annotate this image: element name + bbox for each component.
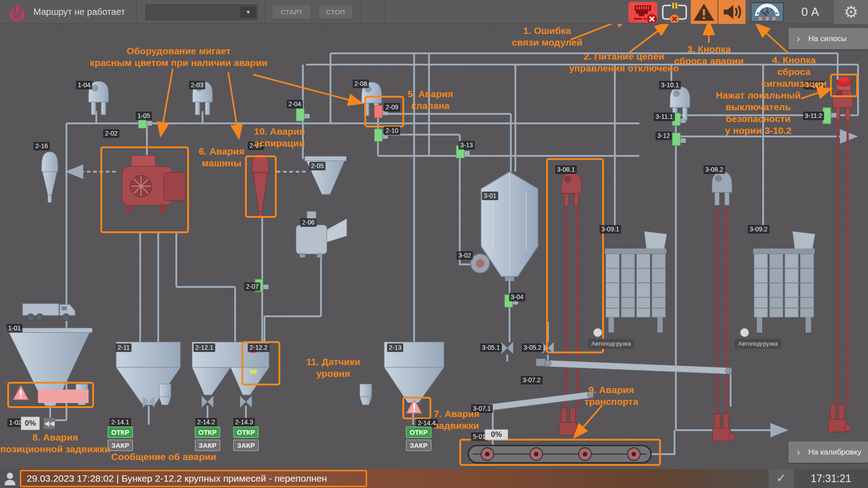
valve-open-button-2-14-4[interactable]: ОТКР <box>406 427 431 438</box>
nav-label: На калибровку <box>808 448 861 457</box>
boot-hopper <box>360 384 372 405</box>
highlight-box-transport <box>546 158 604 353</box>
mill-3-09-2 <box>753 231 815 333</box>
highlight-box-conveyor-5-01 <box>459 439 661 466</box>
equipment-tag: 3-04 <box>509 293 525 301</box>
valve-open-button-2-14-1[interactable]: ОТКР <box>108 427 133 438</box>
highlight-box-aspiration-2-17 <box>245 155 277 218</box>
nav-to-calibration-button[interactable]: › На калибровку <box>788 441 868 463</box>
start-button[interactable]: СТАРТ <box>272 5 311 19</box>
valve-open-button-2-14-3[interactable]: ОТКР <box>233 427 259 438</box>
user-button[interactable] <box>0 469 20 488</box>
x-valve-3-05-1 <box>501 342 513 354</box>
horn-reset-button[interactable] <box>718 0 745 24</box>
valve-close-button-2-14-1[interactable]: ЗАКР <box>108 440 133 451</box>
active-alarm-message[interactable]: 29.03.2023 17:28:02 | Бункер 2-12.2 круп… <box>20 470 367 487</box>
autoload-indicator <box>740 328 749 337</box>
noria-drive-alarm <box>828 405 852 432</box>
boot-hopper <box>159 384 171 405</box>
stop-button[interactable]: СТОП <box>318 5 353 19</box>
valve-close-button-2-14-3[interactable]: ЗАКР <box>233 440 259 451</box>
equipment-tag: 3-10.1 <box>659 81 681 89</box>
autoload-button-3-09-1[interactable]: Автоподгрузка <box>588 339 634 349</box>
route-status: Маршрут не работает <box>33 0 125 24</box>
current-value: 0 А <box>788 0 833 24</box>
highlight-box-alarm-banner <box>7 382 94 408</box>
annotation-11-level-sensors: 11. Датчики уровня <box>306 356 360 380</box>
equipment-tag: 3-01 <box>482 192 498 200</box>
equipment-tag: 1-01 <box>6 324 23 333</box>
equipment-tag: 3-08.2 <box>703 165 725 174</box>
annotation-5-valve-alarm: 5. Авария клапана <box>408 88 453 112</box>
equipment-tag: 3-13 <box>458 141 475 150</box>
annotation-10-aspiration-alarm: 10. Авария аспирации <box>254 126 305 149</box>
equipment-tag: 1-05 <box>136 112 152 120</box>
toolbar: Маршрут не работает ▾ СТАРТ СТОП <box>0 0 868 24</box>
network-error-icon <box>628 2 657 23</box>
gear-icon: ⚙ <box>844 3 858 21</box>
equipment-tag: 2-14.2 <box>195 418 217 427</box>
equipment-tag: 2-08 <box>353 80 369 88</box>
equipment-tag: 2-07 <box>244 282 260 291</box>
conveyor-5-01-speed[interactable]: 0% <box>485 429 508 440</box>
annotation-3-alarm-reset-button: 3. Кнопка сброса аварии <box>674 43 744 67</box>
highlight-box-machine-2-02 <box>100 146 189 233</box>
equipment-tag: 2-09 <box>384 103 400 112</box>
settings-button[interactable]: ⚙ <box>834 0 868 24</box>
chevron-down-icon[interactable]: ▾ <box>241 6 256 18</box>
noria-drive-alarm <box>559 408 583 435</box>
equipment-tag: 2-12.2 <box>248 343 269 352</box>
nav-to-silos-button[interactable]: › На силосы <box>788 28 868 49</box>
collapse-button[interactable]: ◀◀ <box>43 418 55 429</box>
valve-open-button-2-14-2[interactable]: ОТКР <box>195 427 220 438</box>
truck-icon <box>23 304 75 321</box>
valve-close-button-2-14-2[interactable]: ЗАКР <box>195 440 220 451</box>
equipment-tag: 2-05 <box>309 162 326 170</box>
noria-drive-alarm <box>712 414 736 441</box>
cyclone-2-16 <box>42 152 58 202</box>
annotation-6-machine-alarm: 6. Авария машины <box>199 145 245 169</box>
equipment-tag: 2-04 <box>287 100 303 108</box>
annotation-4-horn-reset-button: 4. Кнопка сброса сигнализации <box>757 54 831 89</box>
autoload-button-3-09-2[interactable]: Автоподгрузка <box>735 339 781 349</box>
annotation-2-control-power-off: 2. Питание цепей управления отключено <box>569 51 679 74</box>
equipment-tag: 3-02 <box>457 251 473 260</box>
equipment-tag: 2-10 <box>384 127 400 135</box>
chevron-right-icon: › <box>788 447 808 457</box>
equipment-tag: 3-09.2 <box>748 225 769 234</box>
status-bar: 29.03.2023 17:28:02 | Бункер 2-12.2 круп… <box>0 469 868 488</box>
equipment-tag: 3-11.1 <box>654 113 675 121</box>
mill-3-09-1 <box>605 231 667 333</box>
acknowledge-button[interactable]: ✓ <box>769 469 794 488</box>
equipment-tag: 2-13 <box>387 343 403 352</box>
annotation-blink-note: Оборудование мигает красным цветом при н… <box>90 45 268 69</box>
annotation-7-gate-alarm: 7. Авария задвижки <box>434 408 480 432</box>
route-select[interactable]: ▾ <box>146 5 258 20</box>
equipment-tag: 2-06 <box>300 218 316 227</box>
alarm-reset-button[interactable] <box>691 0 717 24</box>
cyclone-3-08-2 <box>712 172 732 205</box>
highlight-box-safety-button <box>830 74 858 97</box>
equipment-tag: 1-04 <box>76 81 92 89</box>
valve-close-button-2-14-4[interactable]: ЗАКР <box>406 440 431 451</box>
annotation-safety-switch: Нажат локальный выключатель безопасности… <box>703 89 813 136</box>
control-power-off-icon <box>660 2 689 23</box>
equipment-tag: 2-16 <box>33 142 50 150</box>
equipment-tag: 2-11 <box>116 343 132 352</box>
gate-1-02-position[interactable]: 0% <box>21 417 40 430</box>
autoload-indicator <box>593 328 602 337</box>
equipment-tag: 3-12 <box>656 131 672 140</box>
ammeter-icon: A <box>750 2 784 22</box>
equipment-tag: 3-07.2 <box>521 376 542 385</box>
annotation-9-transport-alarm: 9. Авария транспорта <box>584 384 638 408</box>
equipment-tag: 3-05.1 <box>480 343 502 352</box>
nav-label: На силосы <box>808 34 847 43</box>
check-icon: ✓ <box>776 471 786 485</box>
equipment-tag: 3-09.1 <box>599 225 621 234</box>
equipment-tag: 2-14.1 <box>109 418 131 427</box>
highlight-box-valve-2-09 <box>364 96 404 127</box>
chevron-right-icon: › <box>788 33 808 44</box>
scada-screen: 1-04 2-03 2-08 3-10.1 3-10.2 1-05 2-04 2… <box>0 0 868 488</box>
user-icon <box>0 469 20 488</box>
equipment-tag: 2-14.3 <box>233 418 255 427</box>
